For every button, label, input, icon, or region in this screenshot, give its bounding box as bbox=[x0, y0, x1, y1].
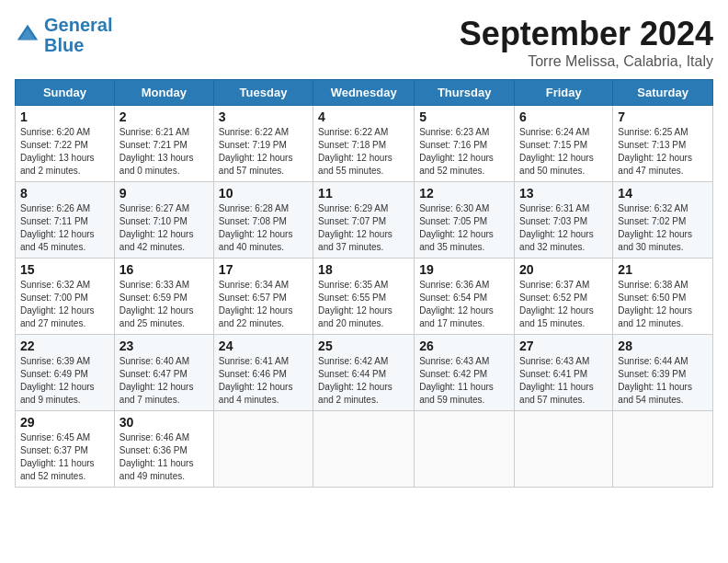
calendar-week-2: 8Sunrise: 6:26 AMSunset: 7:11 PMDaylight… bbox=[16, 182, 713, 259]
calendar-body: 1Sunrise: 6:20 AMSunset: 7:22 PMDaylight… bbox=[16, 106, 713, 488]
logo: General Blue bbox=[15, 15, 112, 55]
day-info: Sunrise: 6:35 AMSunset: 6:55 PMDaylight:… bbox=[318, 279, 409, 330]
col-friday: Friday bbox=[515, 80, 613, 106]
day-info: Sunrise: 6:23 AMSunset: 7:16 PMDaylight:… bbox=[419, 126, 509, 178]
day-number: 3 bbox=[219, 109, 308, 124]
day-info: Sunrise: 6:25 AMSunset: 7:13 PMDaylight:… bbox=[618, 126, 708, 178]
day-number: 5 bbox=[419, 109, 509, 124]
logo-icon bbox=[15, 22, 40, 48]
day-info: Sunrise: 6:21 AMSunset: 7:21 PMDaylight:… bbox=[119, 126, 209, 178]
calendar-cell: 19Sunrise: 6:36 AMSunset: 6:54 PMDayligh… bbox=[415, 259, 515, 335]
day-number: 18 bbox=[318, 262, 409, 277]
day-info: Sunrise: 6:24 AMSunset: 7:15 PMDaylight:… bbox=[519, 126, 608, 178]
day-number: 2 bbox=[119, 109, 209, 124]
title-area: September 2024 Torre Melissa, Calabria, … bbox=[460, 15, 713, 70]
calendar-cell bbox=[613, 411, 713, 488]
calendar-cell bbox=[415, 411, 515, 488]
day-number: 27 bbox=[519, 339, 608, 353]
day-number: 28 bbox=[618, 339, 708, 353]
day-number: 14 bbox=[618, 186, 708, 201]
col-wednesday: Wednesday bbox=[313, 80, 415, 106]
day-number: 22 bbox=[20, 339, 109, 353]
day-number: 8 bbox=[20, 186, 109, 201]
day-number: 20 bbox=[519, 262, 608, 277]
day-number: 30 bbox=[119, 415, 209, 430]
page-header: General Blue September 2024 Torre Meliss… bbox=[15, 15, 713, 70]
day-info: Sunrise: 6:46 AMSunset: 6:36 PMDaylight:… bbox=[119, 431, 209, 483]
day-info: Sunrise: 6:37 AMSunset: 6:52 PMDaylight:… bbox=[519, 279, 608, 330]
calendar-table: Sunday Monday Tuesday Wednesday Thursday… bbox=[15, 79, 713, 488]
day-number: 1 bbox=[20, 109, 109, 124]
calendar-week-4: 22Sunrise: 6:39 AMSunset: 6:49 PMDayligh… bbox=[16, 335, 713, 411]
calendar-cell: 29Sunrise: 6:45 AMSunset: 6:37 PMDayligh… bbox=[16, 411, 115, 488]
day-info: Sunrise: 6:43 AMSunset: 6:42 PMDaylight:… bbox=[419, 355, 509, 407]
calendar-cell: 18Sunrise: 6:35 AMSunset: 6:55 PMDayligh… bbox=[313, 259, 415, 335]
location-title: Torre Melissa, Calabria, Italy bbox=[460, 53, 713, 70]
day-number: 29 bbox=[20, 415, 109, 430]
day-number: 26 bbox=[419, 339, 509, 353]
day-info: Sunrise: 6:32 AMSunset: 7:00 PMDaylight:… bbox=[20, 279, 109, 330]
day-number: 6 bbox=[519, 109, 608, 124]
day-info: Sunrise: 6:22 AMSunset: 7:18 PMDaylight:… bbox=[318, 126, 409, 178]
col-tuesday: Tuesday bbox=[213, 80, 313, 106]
calendar-cell: 30Sunrise: 6:46 AMSunset: 6:36 PMDayligh… bbox=[114, 411, 213, 488]
calendar-cell: 9Sunrise: 6:27 AMSunset: 7:10 PMDaylight… bbox=[114, 182, 213, 259]
day-number: 15 bbox=[20, 262, 109, 277]
day-number: 7 bbox=[618, 109, 708, 124]
day-number: 13 bbox=[519, 186, 608, 201]
calendar-cell: 11Sunrise: 6:29 AMSunset: 7:07 PMDayligh… bbox=[313, 182, 415, 259]
calendar-cell: 3Sunrise: 6:22 AMSunset: 7:19 PMDaylight… bbox=[213, 106, 313, 182]
calendar-cell bbox=[515, 411, 613, 488]
day-number: 10 bbox=[219, 186, 308, 201]
calendar-cell: 26Sunrise: 6:43 AMSunset: 6:42 PMDayligh… bbox=[415, 335, 515, 411]
calendar-cell: 13Sunrise: 6:31 AMSunset: 7:03 PMDayligh… bbox=[515, 182, 613, 259]
day-info: Sunrise: 6:30 AMSunset: 7:05 PMDaylight:… bbox=[419, 202, 509, 254]
calendar-cell: 6Sunrise: 6:24 AMSunset: 7:15 PMDaylight… bbox=[515, 106, 613, 182]
day-number: 19 bbox=[419, 262, 509, 277]
day-info: Sunrise: 6:22 AMSunset: 7:19 PMDaylight:… bbox=[219, 126, 308, 178]
day-info: Sunrise: 6:42 AMSunset: 6:44 PMDaylight:… bbox=[318, 355, 409, 407]
day-info: Sunrise: 6:26 AMSunset: 7:11 PMDaylight:… bbox=[20, 202, 109, 254]
calendar-cell: 16Sunrise: 6:33 AMSunset: 6:59 PMDayligh… bbox=[114, 259, 213, 335]
calendar-cell: 15Sunrise: 6:32 AMSunset: 7:00 PMDayligh… bbox=[16, 259, 115, 335]
calendar-cell: 1Sunrise: 6:20 AMSunset: 7:22 PMDaylight… bbox=[16, 106, 115, 182]
day-number: 25 bbox=[318, 339, 409, 353]
day-number: 11 bbox=[318, 186, 409, 201]
day-number: 24 bbox=[219, 339, 308, 353]
day-info: Sunrise: 6:41 AMSunset: 6:46 PMDaylight:… bbox=[219, 355, 308, 407]
calendar-cell: 2Sunrise: 6:21 AMSunset: 7:21 PMDaylight… bbox=[114, 106, 213, 182]
calendar-cell: 25Sunrise: 6:42 AMSunset: 6:44 PMDayligh… bbox=[313, 335, 415, 411]
calendar-cell: 28Sunrise: 6:44 AMSunset: 6:39 PMDayligh… bbox=[613, 335, 713, 411]
day-info: Sunrise: 6:28 AMSunset: 7:08 PMDaylight:… bbox=[219, 202, 308, 254]
col-saturday: Saturday bbox=[613, 80, 713, 106]
calendar-cell: 7Sunrise: 6:25 AMSunset: 7:13 PMDaylight… bbox=[613, 106, 713, 182]
day-info: Sunrise: 6:31 AMSunset: 7:03 PMDaylight:… bbox=[519, 202, 608, 254]
day-info: Sunrise: 6:27 AMSunset: 7:10 PMDaylight:… bbox=[119, 202, 209, 254]
day-number: 21 bbox=[618, 262, 708, 277]
calendar-cell: 24Sunrise: 6:41 AMSunset: 6:46 PMDayligh… bbox=[213, 335, 313, 411]
calendar-cell: 17Sunrise: 6:34 AMSunset: 6:57 PMDayligh… bbox=[213, 259, 313, 335]
day-info: Sunrise: 6:20 AMSunset: 7:22 PMDaylight:… bbox=[20, 126, 109, 178]
col-monday: Monday bbox=[114, 80, 213, 106]
calendar-cell bbox=[313, 411, 415, 488]
calendar-cell: 27Sunrise: 6:43 AMSunset: 6:41 PMDayligh… bbox=[515, 335, 613, 411]
day-number: 4 bbox=[318, 109, 409, 124]
day-info: Sunrise: 6:38 AMSunset: 6:50 PMDaylight:… bbox=[618, 279, 708, 330]
day-info: Sunrise: 6:44 AMSunset: 6:39 PMDaylight:… bbox=[618, 355, 708, 407]
calendar-cell: 4Sunrise: 6:22 AMSunset: 7:18 PMDaylight… bbox=[313, 106, 415, 182]
day-info: Sunrise: 6:34 AMSunset: 6:57 PMDaylight:… bbox=[219, 279, 308, 330]
calendar-cell: 14Sunrise: 6:32 AMSunset: 7:02 PMDayligh… bbox=[613, 182, 713, 259]
calendar-header-row: Sunday Monday Tuesday Wednesday Thursday… bbox=[16, 80, 713, 106]
day-info: Sunrise: 6:43 AMSunset: 6:41 PMDaylight:… bbox=[519, 355, 608, 407]
day-info: Sunrise: 6:33 AMSunset: 6:59 PMDaylight:… bbox=[119, 279, 209, 330]
calendar-cell bbox=[213, 411, 313, 488]
calendar-cell: 5Sunrise: 6:23 AMSunset: 7:16 PMDaylight… bbox=[415, 106, 515, 182]
calendar-week-3: 15Sunrise: 6:32 AMSunset: 7:00 PMDayligh… bbox=[16, 259, 713, 335]
calendar-cell: 22Sunrise: 6:39 AMSunset: 6:49 PMDayligh… bbox=[16, 335, 115, 411]
calendar-cell: 23Sunrise: 6:40 AMSunset: 6:47 PMDayligh… bbox=[114, 335, 213, 411]
calendar-cell: 8Sunrise: 6:26 AMSunset: 7:11 PMDaylight… bbox=[16, 182, 115, 259]
month-title: September 2024 bbox=[460, 15, 713, 53]
day-number: 17 bbox=[219, 262, 308, 277]
day-info: Sunrise: 6:39 AMSunset: 6:49 PMDaylight:… bbox=[20, 355, 109, 407]
calendar-cell: 20Sunrise: 6:37 AMSunset: 6:52 PMDayligh… bbox=[515, 259, 613, 335]
